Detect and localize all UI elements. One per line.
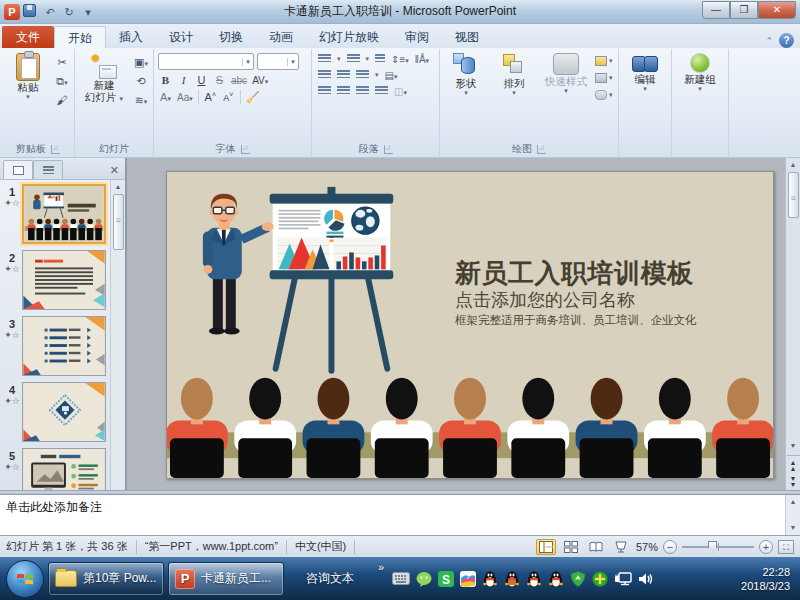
normal-view-button[interactable] — [536, 539, 556, 555]
qq-icon[interactable] — [504, 571, 520, 587]
qq-icon[interactable] — [526, 571, 542, 587]
decrease-indent-icon[interactable] — [375, 54, 385, 64]
font-color-button[interactable]: A▾ — [159, 91, 172, 103]
slide-thumbnail-4[interactable]: 4✦☆ — [2, 382, 109, 442]
italic-button[interactable]: I — [177, 74, 190, 86]
tab-home[interactable]: 开始 — [54, 26, 106, 48]
zoom-slider-thumb[interactable] — [708, 541, 717, 553]
paragraph-dialog-launcher[interactable] — [384, 145, 393, 154]
slides-thumbnails-tab[interactable] — [3, 160, 33, 179]
quick-styles-button[interactable]: 快速样式 ▾ — [539, 51, 593, 95]
scroll-up-icon[interactable]: ▲ — [112, 180, 125, 194]
taskbar-button-powerpoint[interactable]: P 卡通新员工... — [168, 562, 284, 596]
fit-to-window-button[interactable]: ⛶ — [778, 540, 794, 554]
tab-animations[interactable]: 动画 — [256, 26, 306, 48]
collapse-ribbon-button[interactable]: ⌃ — [765, 36, 773, 46]
taskbar-clock[interactable]: 22:28 2018/3/23 — [741, 565, 798, 593]
scroll-down-icon[interactable]: ▼ — [787, 521, 800, 535]
volume-icon[interactable] — [638, 572, 654, 586]
align-left-icon[interactable] — [318, 86, 331, 96]
copy-button[interactable]: ⧉▾ — [53, 73, 71, 89]
start-button[interactable] — [6, 560, 44, 598]
shape-effects-button[interactable]: ▾ — [595, 88, 615, 102]
indent-left-icon[interactable] — [318, 70, 331, 80]
tab-transitions[interactable]: 切换 — [206, 26, 256, 48]
safety-ball-icon[interactable] — [592, 571, 608, 587]
font-size-combo[interactable]: ▾ — [257, 53, 299, 70]
scrollbar-thumb[interactable] — [788, 172, 799, 218]
slide-editor[interactable]: 新员工入职培训模板 点击添加您的公司名称 框架完整适用于商务培训、员工培训、企业… — [127, 158, 800, 490]
slide-thumbnail-2[interactable]: 2✦☆ — [2, 250, 109, 310]
current-slide[interactable]: 新员工入职培训模板 点击添加您的公司名称 框架完整适用于商务培训、员工培训、企业… — [166, 171, 774, 479]
outline-tab[interactable] — [33, 160, 63, 179]
qq-icon[interactable] — [548, 571, 564, 587]
tab-slideshow[interactable]: 幻灯片放映 — [306, 26, 392, 48]
slide-tagline[interactable]: 框架完整适用于商务培训、员工培训、企业文化 — [455, 313, 697, 328]
slide-subtitle[interactable]: 点击添加您的公司名称 — [455, 288, 635, 312]
network-icon[interactable] — [614, 572, 632, 586]
new-group-button[interactable]: 新建组 ▾ — [675, 51, 725, 93]
notes-pane[interactable]: 单击此处添加备注 ▲ ▼ — [0, 494, 800, 535]
keyboard-icon[interactable] — [392, 572, 410, 585]
editor-scrollbar[interactable]: ▲ ▼ ▲▲ ▼▼ — [785, 158, 800, 490]
tray-overflow-chevron-icon[interactable]: » — [376, 561, 386, 573]
restore-button[interactable]: ❐ — [730, 1, 758, 19]
powerpoint-app-icon[interactable]: P — [4, 4, 20, 20]
align-text-button[interactable]: ▤▾ — [385, 70, 398, 81]
redo-button[interactable]: ↻ — [61, 4, 77, 20]
language-indicator[interactable]: 中文(中国) — [295, 539, 346, 554]
underline-button[interactable]: U — [195, 74, 208, 86]
clipboard-dialog-launcher[interactable] — [51, 145, 60, 154]
font-dialog-launcher[interactable] — [241, 145, 250, 154]
paste-dropdown-caret[interactable]: ▾ — [26, 93, 30, 101]
wechat-icon[interactable] — [416, 571, 432, 587]
reading-view-button[interactable] — [586, 539, 606, 555]
save-button[interactable] — [23, 4, 39, 20]
panel-close-icon[interactable]: ✕ — [107, 164, 122, 179]
grow-font-button[interactable]: A˄ — [204, 91, 217, 103]
slide-thumbnail-3[interactable]: 3✦☆ — [2, 316, 109, 376]
scroll-up-icon[interactable]: ▲ — [787, 495, 800, 509]
editing-button[interactable]: 编辑 ▾ — [622, 51, 668, 93]
shapes-button[interactable]: 形状 ▾ — [443, 51, 489, 97]
justify-icon[interactable] — [375, 86, 388, 96]
tab-insert[interactable]: 插入 — [106, 26, 156, 48]
taskbar-button-explorer[interactable]: 第10章 Pow... — [48, 562, 164, 596]
paste-button[interactable]: 粘贴 ▾ — [5, 51, 51, 101]
zoom-in-button[interactable]: + — [759, 540, 773, 554]
format-painter-button[interactable]: 🖌 — [53, 92, 71, 108]
arrange-button[interactable]: 排列 ▾ — [491, 51, 537, 97]
bullets-icon[interactable] — [318, 54, 331, 64]
zoom-slider[interactable] — [682, 546, 754, 548]
scroll-down-icon[interactable]: ▼ — [787, 439, 800, 453]
title-bar[interactable]: P ↶ ↻ ▾ 卡通新员工入职培训 - Microsoft PowerPoint… — [0, 0, 800, 24]
character-spacing-button[interactable]: AV▾ — [252, 75, 268, 86]
undo-button[interactable]: ↶ — [42, 4, 58, 20]
indent-right-icon[interactable] — [337, 70, 350, 80]
numbering-icon[interactable] — [347, 54, 360, 64]
zoom-out-button[interactable]: − — [663, 540, 677, 554]
slide-title[interactable]: 新员工入职培训模板 — [455, 256, 694, 291]
slide-thumbnail-5[interactable]: 5✦☆ — [2, 448, 109, 490]
align-center-icon[interactable] — [337, 86, 350, 96]
sogou-icon[interactable]: S — [438, 571, 454, 587]
thumbnails-scrollbar[interactable]: ▲ — [110, 180, 125, 490]
close-button[interactable]: ✕ — [758, 1, 796, 19]
slide-sorter-view-button[interactable] — [561, 539, 581, 555]
cut-button[interactable]: ✂ — [53, 54, 71, 70]
slide-layout-button[interactable]: ▣▾ — [132, 54, 150, 70]
tab-review[interactable]: 审阅 — [392, 26, 442, 48]
security-shield-icon[interactable] — [570, 571, 586, 587]
reset-slide-button[interactable]: ⟲ — [132, 73, 150, 89]
tab-view[interactable]: 视图 — [442, 26, 492, 48]
align-right-icon[interactable] — [356, 86, 369, 96]
text-shadow-button[interactable]: S — [213, 74, 226, 86]
scrollbar-thumb[interactable] — [113, 194, 124, 250]
notes-scrollbar[interactable]: ▲ ▼ — [785, 495, 800, 535]
tab-design[interactable]: 设计 — [156, 26, 206, 48]
shape-fill-button[interactable]: ▾ — [595, 54, 615, 68]
scroll-up-icon[interactable]: ▲ — [787, 158, 800, 172]
drawing-dialog-launcher[interactable] — [537, 145, 546, 154]
qq-icon[interactable] — [482, 571, 498, 587]
new-slide-button[interactable]: ✹ 新建 幻灯片 ▾ — [78, 51, 130, 105]
